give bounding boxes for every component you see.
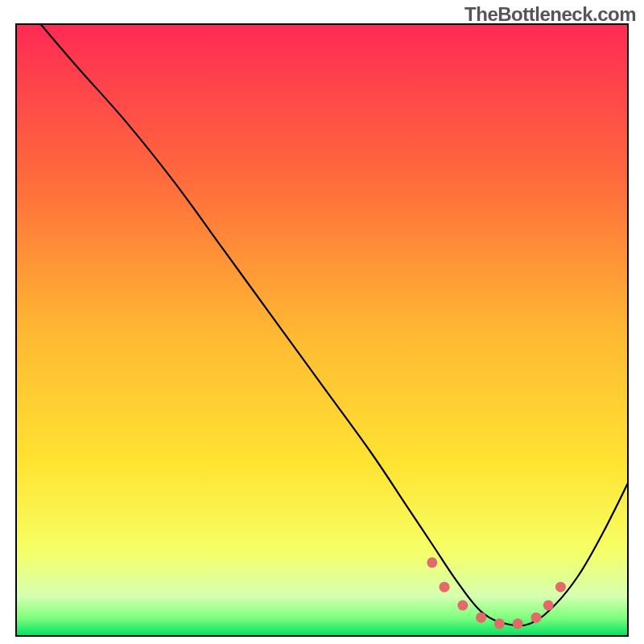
trough-dot xyxy=(494,618,505,629)
trough-dot xyxy=(513,618,523,629)
trough-dot xyxy=(476,613,486,623)
trough-dot xyxy=(555,582,566,592)
trough-dot xyxy=(543,601,554,611)
trough-dot xyxy=(440,582,450,592)
chart-container: TheBottleneck.com xyxy=(0,0,644,644)
plot-background xyxy=(16,24,628,636)
trough-dot xyxy=(457,601,468,611)
bottleneck-chart xyxy=(0,0,644,644)
trough-dot xyxy=(427,557,437,568)
watermark-text: TheBottleneck.com xyxy=(464,3,636,26)
trough-dot xyxy=(531,613,542,623)
